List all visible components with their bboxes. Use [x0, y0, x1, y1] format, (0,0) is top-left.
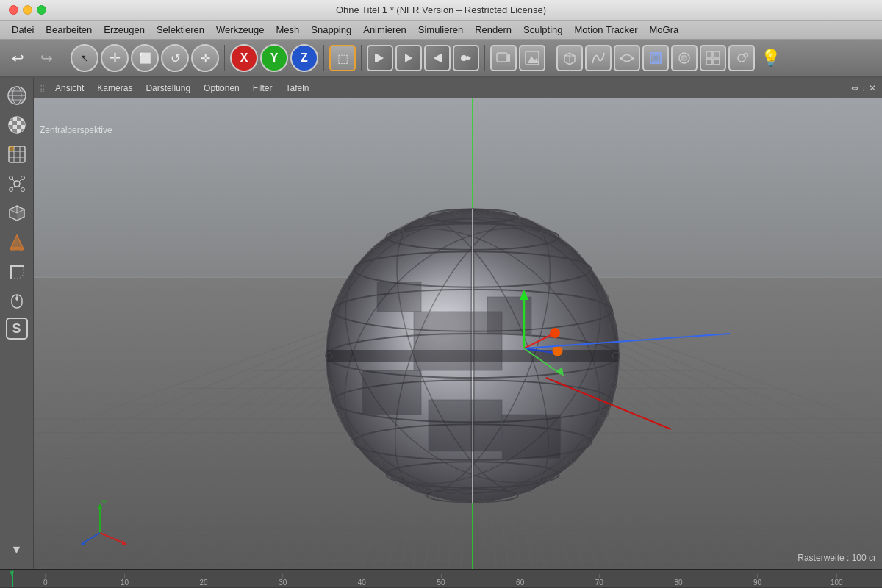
camera-button[interactable]: [728, 45, 755, 71]
3d-scene[interactable]: Zentralperspektive Rasterweite : 100 cr …: [34, 98, 882, 569]
redo-button[interactable]: ↪: [33, 45, 60, 71]
tick-100: 100: [797, 574, 876, 587]
close-button[interactable]: [9, 5, 18, 15]
render-view-button[interactable]: [519, 45, 545, 71]
svg-point-53: [9, 176, 12, 180]
move-tool-button[interactable]: ✛: [101, 44, 129, 72]
svg-rect-40: [17, 125, 21, 129]
sidebar-s-button[interactable]: S: [6, 318, 28, 340]
universal-tool-button[interactable]: ✛: [191, 44, 219, 72]
vp-menu-tafeln[interactable]: Tafeln: [279, 82, 315, 95]
separator-2: [224, 45, 225, 71]
svg-line-60: [19, 186, 21, 188]
select-tool-button[interactable]: ↖: [71, 44, 98, 72]
menu-animieren[interactable]: Animieren: [357, 23, 412, 37]
vp-menu-darstellung[interactable]: Darstellung: [140, 82, 196, 95]
svg-point-67: [15, 297, 18, 300]
timeline-bar[interactable]: 0 10 20 30 40 50 60 70 80 90 100: [0, 570, 882, 587]
menu-motion-tracker[interactable]: Motion Tracker: [569, 23, 644, 37]
play-button[interactable]: [395, 45, 422, 71]
svg-rect-4: [441, 54, 442, 62]
sidebar-mouse-button[interactable]: [4, 288, 30, 315]
svg-marker-0: [376, 54, 384, 62]
transform-button[interactable]: ⬚: [329, 45, 356, 71]
svg-rect-16: [714, 51, 720, 57]
record-button[interactable]: [453, 45, 479, 71]
menu-bearbeiten[interactable]: Bearbeiten: [40, 23, 98, 37]
light-button[interactable]: 💡: [757, 45, 784, 71]
scale-tool-button[interactable]: ⬜: [131, 44, 159, 72]
menu-simulieren[interactable]: Simulieren: [412, 23, 469, 37]
cube-object-button[interactable]: [556, 45, 583, 71]
vp-control-x[interactable]: ✕: [869, 83, 876, 93]
menu-snapping[interactable]: Snapping: [305, 23, 357, 37]
menu-rendern[interactable]: Rendern: [469, 23, 517, 37]
timeline: 0 10 20 30 40 50 60 70 80 90 100 0 B: [0, 569, 882, 588]
play-end-button[interactable]: [424, 45, 451, 71]
separator-6: [551, 45, 551, 71]
sidebar-grid-button[interactable]: [4, 141, 30, 168]
sidebar-cube-button[interactable]: [4, 200, 30, 226]
tick-60: 60: [481, 574, 560, 587]
sidebar-checker-button[interactable]: [4, 112, 30, 138]
sidebar-corner-button[interactable]: [4, 259, 30, 285]
svg-marker-8: [507, 54, 510, 62]
titlebar: Ohne Titel 1 * (NFR Version – Restricted…: [0, 0, 882, 21]
timeline-playhead[interactable]: [12, 570, 13, 587]
sidebar-globe-button[interactable]: [4, 82, 30, 109]
scene-canvas[interactable]: [34, 98, 882, 569]
main-area: S ▼ ⣿ Ansicht Kameras Darstellung Option…: [0, 78, 882, 569]
svg-rect-7: [497, 53, 507, 62]
svg-point-52: [14, 181, 20, 187]
spline-button[interactable]: [585, 45, 612, 71]
svg-point-64: [10, 248, 24, 251]
timeline-ruler: 0 10 20 30 40 50 60 70 80 90 100: [0, 570, 882, 587]
svg-line-58: [19, 179, 21, 182]
nurbs-button[interactable]: [614, 45, 640, 71]
generator-button[interactable]: [671, 45, 698, 71]
menu-erzeugen[interactable]: Erzeugen: [98, 23, 151, 37]
svg-point-20: [745, 54, 748, 57]
vp-menu-optionen[interactable]: Optionen: [198, 82, 245, 95]
svg-point-56: [21, 188, 24, 192]
axis-x-button[interactable]: X: [230, 44, 258, 72]
vp-menu-filter[interactable]: Filter: [247, 82, 279, 95]
vp-menu-kameras[interactable]: Kameras: [91, 82, 138, 95]
separator-4: [361, 45, 362, 71]
window-title: Ohne Titel 1 * (NFR Version – Restricted…: [336, 4, 546, 15]
vp-menu-ansicht[interactable]: Ansicht: [49, 82, 90, 95]
svg-rect-36: [17, 121, 21, 126]
axis-z-button[interactable]: Z: [290, 44, 318, 72]
undo-button[interactable]: ↩: [4, 45, 31, 71]
menu-selektieren[interactable]: Selektieren: [151, 23, 210, 37]
play-start-button[interactable]: [367, 45, 393, 71]
sidebar-cone-button[interactable]: [4, 229, 30, 256]
sidebar-graph-button[interactable]: [4, 171, 30, 197]
sidebar-down-button[interactable]: ▼: [4, 537, 30, 563]
tick-40: 40: [323, 574, 402, 587]
menu-sculpting[interactable]: Sculpting: [517, 23, 568, 37]
minimize-button[interactable]: [23, 5, 32, 15]
deformer-button[interactable]: [642, 45, 669, 71]
separator-5: [484, 45, 485, 71]
tick-20: 20: [164, 574, 243, 587]
svg-point-55: [9, 188, 12, 192]
grid-view-button[interactable]: [700, 45, 726, 71]
svg-rect-35: [12, 121, 17, 126]
menu-mogra[interactable]: MoGra: [644, 23, 685, 37]
rotate-tool-button[interactable]: ↺: [161, 44, 189, 72]
svg-rect-1: [375, 54, 376, 62]
maximize-button[interactable]: [37, 5, 46, 15]
axis-y-button[interactable]: Y: [260, 44, 288, 72]
svg-rect-39: [12, 125, 17, 129]
menubar: Datei Bearbeiten Erzeugen Selektieren We…: [0, 21, 882, 40]
camera-view-button[interactable]: [490, 45, 517, 71]
menu-werkzeuge[interactable]: Werkzeuge: [210, 23, 270, 37]
vp-control-down[interactable]: ↓: [861, 83, 866, 93]
vp-control-arrows[interactable]: ⇔: [851, 83, 858, 93]
tick-30: 30: [243, 574, 323, 587]
viewport[interactable]: ⣿ Ansicht Kameras Darstellung Optionen F…: [34, 78, 882, 569]
menu-mesh[interactable]: Mesh: [270, 23, 305, 37]
svg-line-59: [12, 186, 15, 188]
menu-datei[interactable]: Datei: [6, 23, 40, 37]
